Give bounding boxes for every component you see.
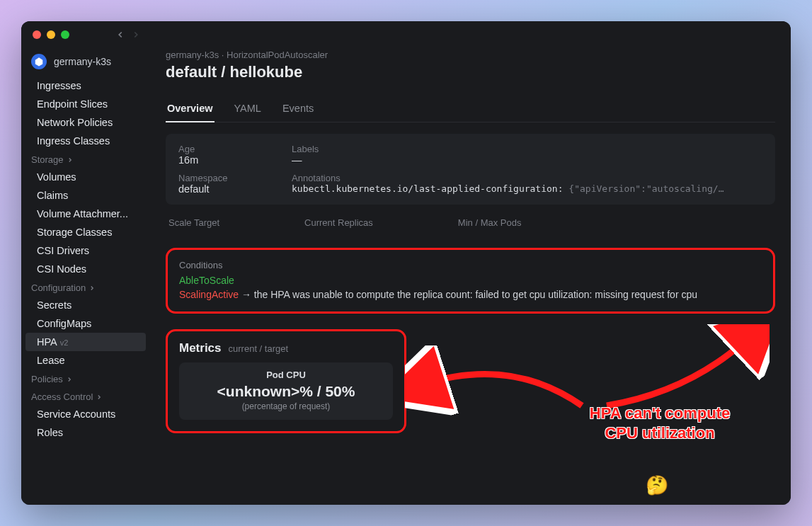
titlebar (21, 21, 791, 48)
sidebar-item-csi-drivers[interactable]: CSI Drivers (21, 241, 150, 260)
namespace-label: Namespace (178, 173, 292, 183)
maximize-icon[interactable] (61, 30, 69, 39)
svg-marker-0 (35, 57, 43, 66)
sidebar-item-network-policies[interactable]: Network Policies (21, 113, 150, 132)
annotation-arrow-left (405, 345, 589, 423)
sidebar-group-policies[interactable]: Policies (21, 370, 150, 387)
metrics-subtitle: current / target (229, 343, 289, 354)
sidebar-item-lease[interactable]: Lease (21, 351, 150, 370)
sidebar-group-configuration[interactable]: Configuration (21, 278, 150, 296)
sidebar-item-endpoint-slices[interactable]: Endpoint Slices (21, 95, 150, 113)
nav-arrows (113, 28, 143, 42)
age-label: Age (178, 144, 292, 154)
sidebar-item-claims[interactable]: Claims (21, 186, 150, 205)
metrics-title: Metrics (179, 341, 222, 355)
sidebar-item-service-accounts[interactable]: Service Accounts (21, 405, 150, 423)
scale-headers: Scale Target Current Replicas Min / Max … (166, 217, 775, 228)
condition-scaling-active: ScalingActive → the HPA was unable to co… (179, 289, 762, 300)
age-value: 16m (178, 154, 292, 166)
main-content: germany-k3s · HorizontalPodAutoscaler de… (150, 48, 791, 505)
breadcrumb: germany-k3s · HorizontalPodAutoscaler (166, 48, 775, 60)
chevron-right-icon (96, 394, 103, 401)
nav-forward-button[interactable] (129, 28, 143, 42)
scale-target-label: Scale Target (168, 217, 219, 228)
sidebar-item-volumes[interactable]: Volumes (21, 168, 150, 186)
sidebar-item-csi-nodes[interactable]: CSI Nodes (21, 260, 150, 278)
minmax-pods-label: Min / Max Pods (458, 217, 522, 228)
page-title: default / hellokube (166, 63, 775, 81)
annotations-value: kubectl.kubernetes.io/last-applied-confi… (292, 183, 762, 194)
namespace-value: default (178, 183, 292, 195)
sidebar-item-ingresses[interactable]: Ingresses (21, 76, 150, 95)
sidebar-item-configmaps[interactable]: ConfigMaps (21, 314, 150, 333)
condition-able-to-scale: AbleToScale (179, 275, 762, 286)
sidebar-item-volume-attachments[interactable]: Volume Attachmer... (21, 205, 150, 223)
annotation-arrow-right (585, 324, 770, 416)
metrics-card: Metrics current / target Pod CPU <unknow… (166, 329, 406, 433)
nav-back-button[interactable] (113, 28, 127, 42)
sidebar-item-hpa[interactable]: HPAv2 (25, 333, 146, 351)
tab-events[interactable]: Events (281, 97, 315, 122)
cluster-selector[interactable]: germany-k3s (21, 48, 150, 76)
cluster-name: germany-k3s (54, 56, 111, 67)
labels-value: — (292, 154, 762, 166)
labels-label: Labels (292, 144, 762, 154)
tab-yaml[interactable]: YAML (233, 97, 263, 122)
tabs: Overview YAML Events (166, 97, 775, 122)
metric-pod-cpu: Pod CPU <unknown>% / 50% (percentage of … (179, 362, 393, 420)
thinking-emoji: 🤔 (646, 474, 668, 496)
conditions-title: Conditions (179, 260, 762, 270)
minimize-icon[interactable] (47, 30, 55, 39)
conditions-card: Conditions AbleToScale ScalingActive → t… (166, 248, 775, 314)
sidebar-group-storage[interactable]: Storage (21, 150, 150, 168)
sidebar-item-storage-classes[interactable]: Storage Classes (21, 223, 150, 241)
annotations-label: Annotations (292, 173, 762, 183)
chevron-right-icon (67, 156, 74, 164)
sidebar-item-ingress-classes[interactable]: Ingress Classes (21, 132, 150, 150)
chevron-right-icon (66, 376, 73, 383)
app-window: germany-k3s Ingresses Endpoint Slices Ne… (21, 21, 791, 505)
annotation-text: HPA can't compute CPU utilization (568, 404, 752, 442)
sidebar: germany-k3s Ingresses Endpoint Slices Ne… (21, 48, 150, 505)
window-controls (33, 30, 69, 39)
tab-overview[interactable]: Overview (166, 97, 215, 122)
close-icon[interactable] (33, 30, 41, 39)
chevron-right-icon (88, 285, 96, 292)
info-card: Age 16m Labels — Namespace default Annot… (166, 134, 775, 205)
sidebar-item-secrets[interactable]: Secrets (21, 296, 150, 314)
sidebar-item-roles[interactable]: Roles (21, 423, 150, 442)
arrow-icon: → (241, 289, 251, 300)
kubernetes-icon (31, 54, 47, 69)
current-replicas-label: Current Replicas (304, 217, 373, 228)
sidebar-group-access-control[interactable]: Access Control (21, 387, 150, 405)
hpa-version-badge: v2 (60, 338, 69, 347)
